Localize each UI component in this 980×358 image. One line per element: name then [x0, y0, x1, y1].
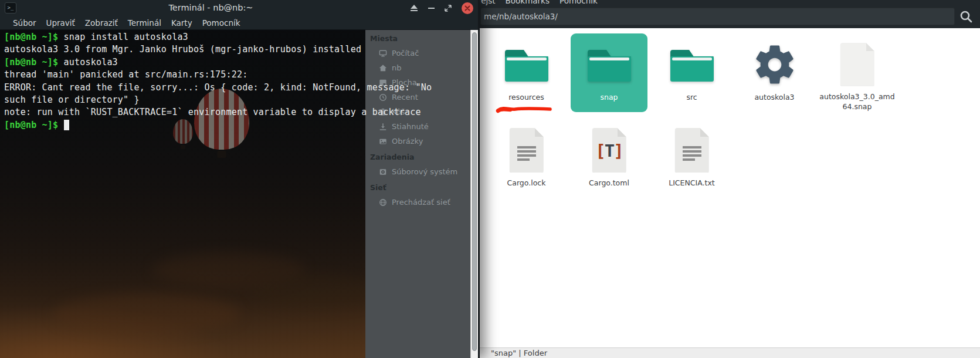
close-icon	[462, 2, 473, 14]
close-button[interactable]	[462, 0, 473, 16]
menu-help[interactable]: Pomocník	[202, 18, 240, 28]
file-label: snap	[600, 93, 618, 103]
menu-terminal[interactable]: Terminál	[128, 18, 161, 28]
menu-edit[interactable]: Upraviť	[46, 18, 75, 28]
shade-icon-bar	[411, 10, 418, 11]
menu-file[interactable]: Súbor	[13, 18, 36, 28]
menu-view[interactable]: Zobraziť	[85, 18, 118, 28]
file-label: LICENCIA.txt	[669, 178, 715, 188]
snap-file-icon	[840, 43, 874, 86]
file-item-snap-selected[interactable]: snap	[571, 33, 647, 112]
file-item-cargo-toml[interactable]: [T] Cargo.toml	[571, 119, 647, 198]
terminal-titlebar[interactable]: >_ Terminál - nb@nb:~	[0, 0, 478, 16]
file-item-src[interactable]: src	[653, 33, 730, 112]
file-label: Cargo.lock	[507, 178, 546, 188]
menu-tabs[interactable]: Karty	[171, 18, 192, 28]
terminal-window: >_ Terminál - nb@nb:~ Súb	[0, 0, 480, 358]
text-file-icon	[675, 128, 709, 173]
file-manager-menubar: Prejsť Bookmarks Pomocník	[473, 0, 598, 5]
restore-button[interactable]	[444, 0, 452, 16]
gear-icon	[752, 42, 798, 87]
file-label: resources	[508, 93, 544, 103]
minimize-icon	[428, 8, 435, 9]
terminal-line: note: run with `RUST_BACKTRACE=1` enviro…	[0, 106, 472, 119]
minimize-button[interactable]	[428, 0, 435, 16]
folder-icon	[588, 48, 631, 82]
file-manager-content: resources snap src autoskola	[480, 28, 980, 347]
file-grid: resources snap src autoskola	[485, 33, 898, 198]
file-label: autoskola3	[754, 93, 794, 103]
file-label: autoskola3_3.0_amd64.snap	[819, 92, 896, 112]
file-item-licencia[interactable]: LICENCIA.txt	[653, 119, 730, 198]
terminal-line: [nb@nb ~]$ autoskola3	[0, 56, 472, 69]
location-bar-input[interactable]: me/nb/autoskola3/	[480, 8, 955, 25]
terminal-scrollbar[interactable]	[470, 30, 478, 358]
terminal-line: thread 'main' panicked at src/main.rs:17…	[0, 69, 472, 81]
desktop-screen: Prejsť Bookmarks Pomocník me/nb/autoskol…	[0, 0, 980, 358]
terminal-prompt-line[interactable]: [nb@nb ~]$	[0, 119, 472, 131]
folder-icon	[670, 48, 714, 82]
shade-icon	[411, 5, 418, 9]
toml-file-icon: [T]	[592, 128, 626, 173]
red-underline-annotation	[494, 104, 554, 116]
terminal-line: ERROR: Cant read the file, sorry...: Os …	[0, 82, 472, 94]
terminal-line: autoskola3 3.0 from Mgr. Janko Hruboš (m…	[0, 43, 472, 56]
terminal-output: [nb@nb ~]$ snap install autoskola3 autos…	[0, 31, 472, 131]
status-bar: "snap" | Folder	[480, 347, 980, 358]
terminal-window-title: Terminál - nb@nb:~	[0, 0, 422, 16]
file-item-snap-package[interactable]: autoskola3_3.0_amd64.snap	[819, 33, 896, 112]
file-item-cargo-lock[interactable]: Cargo.lock	[488, 119, 565, 198]
terminal-menubar: Súbor Upraviť Zobraziť Terminál Karty Po…	[0, 16, 478, 30]
scrollbar-thumb[interactable]	[472, 32, 477, 351]
terminal-line: such file or directory" }	[0, 94, 472, 106]
folder-icon	[505, 48, 548, 82]
file-item-autoskola3[interactable]: autoskola3	[736, 33, 813, 112]
menu-bookmarks[interactable]: Bookmarks	[506, 0, 550, 5]
search-icon[interactable]	[959, 9, 974, 25]
file-item-resources[interactable]: resources	[488, 33, 565, 112]
menu-help[interactable]: Pomocník	[559, 0, 598, 5]
file-label: src	[686, 93, 697, 103]
terminal-line: [nb@nb ~]$ snap install autoskola3	[0, 31, 472, 43]
text-file-icon	[510, 128, 544, 173]
terminal-cursor	[64, 120, 69, 130]
restore-icon	[444, 4, 452, 12]
file-label: Cargo.toml	[589, 178, 629, 188]
shade-button[interactable]	[411, 0, 418, 16]
